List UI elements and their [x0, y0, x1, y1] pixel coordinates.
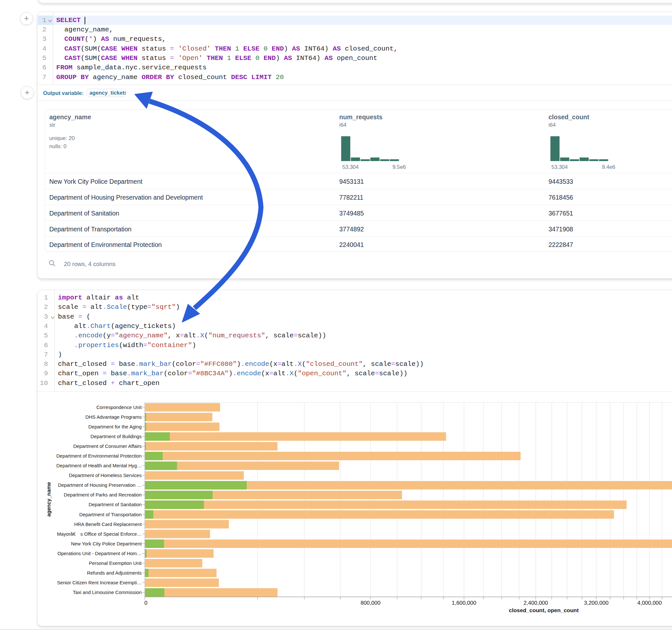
svg-text:800,000: 800,000	[360, 600, 380, 606]
svg-text:9.5e6: 9.5e6	[392, 164, 406, 170]
svg-text:0: 0	[144, 600, 147, 606]
svg-text:closed_count, open_count: closed_count, open_count	[509, 607, 579, 613]
svg-text:New York City Police Departmen: New York City Police Department	[71, 541, 142, 547]
svg-text:Mayorâ€ s Office of Special En: Mayorâ€ s Office of Special Enforce…	[57, 532, 142, 537]
svg-text:Senior Citizen Rent Increase E: Senior Citizen Rent Increase Exempti…	[57, 580, 142, 585]
svg-text:53,304: 53,304	[342, 164, 359, 170]
svg-text:Department of Consumer Affairs: Department of Consumer Affairs	[73, 444, 142, 449]
svg-text:Refunds and Adjustments: Refunds and Adjustments	[87, 571, 142, 576]
svg-text:Department of Health and Menta: Department of Health and Mental Hyg…	[56, 463, 142, 468]
svg-text:Department of Transportation: Department of Transportation	[79, 512, 142, 517]
svg-text:Department of Housing Preserva: Department of Housing Preservation …	[58, 483, 142, 488]
svg-text:Department of Sanitation: Department of Sanitation	[89, 502, 142, 507]
svg-text:3,200,000: 3,200,000	[584, 600, 608, 606]
svg-text:agency_name: agency_name	[46, 482, 51, 516]
svg-text:Department for the Aging: Department for the Aging	[88, 424, 142, 429]
svg-text:2,400,000: 2,400,000	[524, 600, 548, 606]
svg-text:Department of Homeless Service: Department of Homeless Services	[69, 473, 142, 478]
svg-text:Taxi and Limousine Commission: Taxi and Limousine Commission	[73, 590, 142, 595]
svg-text:Personal Exemption Unit: Personal Exemption Unit	[89, 561, 142, 566]
svg-text:DHS Advantage Programs: DHS Advantage Programs	[85, 414, 142, 420]
svg-text:1,600,000: 1,600,000	[452, 600, 477, 606]
svg-text:HRA Benefit Card Replacement: HRA Benefit Card Replacement	[74, 522, 142, 527]
svg-text:Department of Buildings: Department of Buildings	[91, 434, 142, 439]
svg-text:53,304: 53,304	[551, 164, 568, 170]
svg-text:Correspondence Unit: Correspondence Unit	[96, 405, 142, 410]
svg-text:9.4e6: 9.4e6	[602, 164, 615, 170]
svg-text:Department of Environmental Pr: Department of Environmental Protection	[56, 453, 142, 459]
svg-text:Department of Parks and Recrea: Department of Parks and Recreation	[64, 492, 142, 498]
svg-text:4,000,000: 4,000,000	[637, 600, 662, 606]
svg-text:Operations Unit - Department o: Operations Unit - Department of Hom…	[57, 551, 142, 556]
